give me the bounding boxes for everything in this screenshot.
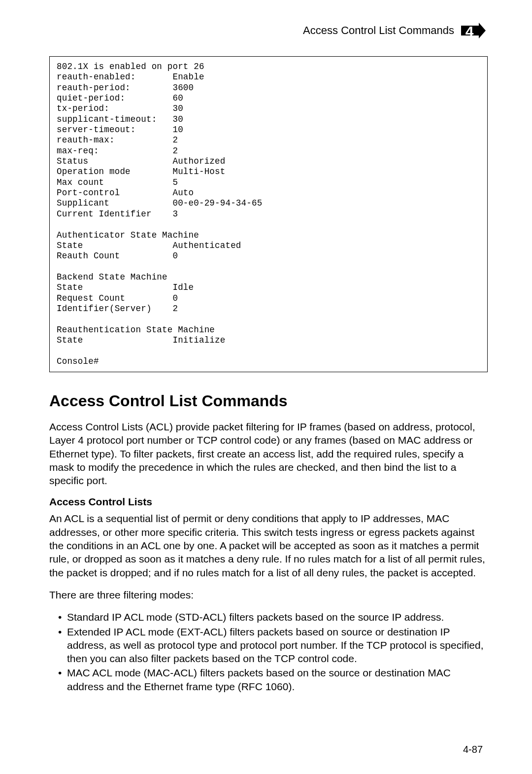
- list-item: Extended IP ACL mode (EXT-ACL) filters p…: [58, 625, 488, 666]
- page-number: 4-87: [463, 744, 483, 755]
- filtering-modes-list: Standard IP ACL mode (STD-ACL) filters p…: [49, 610, 488, 693]
- sub-heading: Access Control Lists: [49, 496, 488, 508]
- page-header: Access Control List Commands 4: [49, 20, 488, 41]
- body-paragraph-3: There are three filtering modes:: [49, 588, 488, 601]
- chapter-badge: 4: [461, 20, 486, 41]
- terminal-output-box: 802.1X is enabled on port 26 reauth-enab…: [49, 56, 488, 372]
- body-paragraph-2: An ACL is a sequential list of permit or…: [49, 512, 488, 579]
- intro-paragraph: Access Control Lists (ACL) provide packe…: [49, 420, 488, 487]
- list-item: Standard IP ACL mode (STD-ACL) filters p…: [58, 610, 488, 624]
- section-heading: Access Control List Commands: [49, 392, 488, 410]
- chapter-arrow-icon: 4: [461, 20, 486, 41]
- list-item: MAC ACL mode (MAC-ACL) filters packets b…: [58, 666, 488, 693]
- chapter-number: 4: [466, 23, 474, 39]
- header-title: Access Control List Commands: [303, 24, 454, 37]
